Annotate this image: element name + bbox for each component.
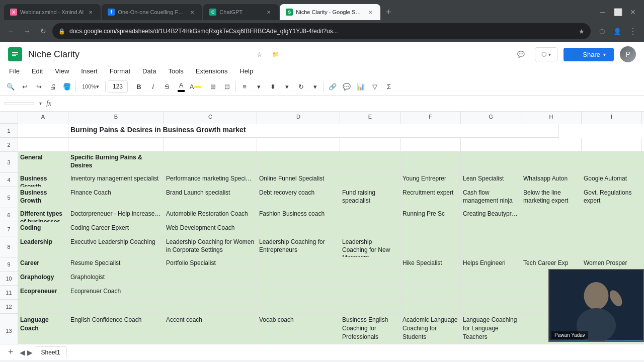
cell-8-a[interactable]: Leadership — [18, 236, 68, 257]
paint-format-button[interactable]: 🪣 — [60, 80, 73, 93]
cell-6-c[interactable]: Automobile Restoration Coach — [164, 208, 257, 222]
profile-icon[interactable]: 👤 — [610, 24, 624, 38]
cell-10-g[interactable] — [461, 272, 521, 286]
align-dropdown[interactable]: ▾ — [252, 80, 265, 93]
cell-6-g[interactable]: Creating Beautypreneur — [461, 208, 521, 222]
cell-11-f[interactable] — [400, 286, 461, 300]
cell-7-i[interactable] — [582, 222, 642, 236]
cell-12-a[interactable] — [18, 300, 68, 314]
cell-3-h[interactable] — [521, 152, 582, 173]
cell-3-f[interactable] — [400, 152, 461, 173]
cell-6-a[interactable]: Different types of businesses — [18, 208, 68, 222]
cell-7-b[interactable]: Coding Career Epxert — [68, 222, 164, 236]
cell-3-a[interactable]: General — [18, 152, 68, 173]
cell-3-b[interactable]: Specific Burning Pains & Desires — [68, 152, 164, 173]
cell-5-a[interactable]: Business Growth — [18, 187, 68, 208]
menu-file[interactable]: File — [4, 65, 25, 77]
fill-color-button[interactable]: A — [189, 80, 202, 93]
cell-10-b[interactable]: Graphologist — [68, 272, 164, 286]
cell-8-j[interactable] — [642, 236, 644, 257]
sheet-nav-right[interactable]: ▶ — [27, 348, 33, 356]
cell-2-i[interactable] — [582, 138, 642, 152]
cell-3-j[interactable] — [642, 152, 644, 173]
menu-data[interactable]: Data — [137, 65, 161, 77]
cell-2-e[interactable] — [340, 138, 400, 152]
cell-11-c[interactable] — [164, 286, 257, 300]
col-header-i[interactable]: I — [582, 112, 642, 124]
col-header-a[interactable]: A — [18, 112, 68, 124]
cell-5-d[interactable]: Debt recovery coach — [257, 187, 340, 208]
align-left-button[interactable]: ≡ — [238, 80, 251, 93]
share-button[interactable]: 👤 Share ▾ — [564, 48, 614, 61]
menu-tools[interactable]: Tools — [163, 65, 188, 77]
cell-8-i[interactable] — [582, 236, 642, 257]
cell-8-c[interactable]: Leadership Coaching for Women in Corpora… — [164, 236, 257, 257]
tab-sheets[interactable]: S Niche Clarity - Google Sheets ✕ — [280, 4, 380, 20]
sheet-tab-1[interactable]: Sheet1 — [35, 346, 67, 358]
valign-button[interactable]: ⬍ — [266, 80, 279, 93]
cell-5-h[interactable]: Below the line marketing expert — [521, 187, 582, 208]
cell-9-a[interactable]: Career — [18, 257, 68, 272]
bold-button[interactable]: B — [132, 80, 145, 93]
move-icon[interactable]: 📁 — [269, 47, 283, 61]
cell-8-e[interactable]: Leadership Coaching for New Managers — [340, 236, 400, 257]
cell-7-g[interactable] — [461, 222, 521, 236]
cell-11-a[interactable]: Ecopreneuer — [18, 286, 68, 300]
cell-2-d[interactable] — [257, 138, 340, 152]
cell-9-d[interactable] — [257, 257, 340, 272]
cell-6-j[interactable] — [642, 208, 644, 222]
cell-4-b[interactable]: Inventory management specialist — [68, 173, 164, 187]
shape-button[interactable]: ⬡ ▾ — [535, 47, 557, 61]
cell-5-i[interactable]: Govt. Regulations expert — [582, 187, 642, 208]
cell-5-f[interactable]: Recruitment expert — [400, 187, 461, 208]
cell-4-g[interactable]: Lean Specialist — [461, 173, 521, 187]
cell-6-f[interactable]: Running Pre Sc — [400, 208, 461, 222]
cell-13-d[interactable]: Vocab coach — [257, 314, 340, 344]
cell-2-a[interactable] — [18, 138, 68, 152]
cell-4-h[interactable]: Whatsapp Auton — [521, 173, 582, 187]
cell-2-g[interactable] — [461, 138, 521, 152]
cell-11-b[interactable]: Ecoprenuer Coach — [68, 286, 164, 300]
cell-13-a[interactable]: Language Coach — [18, 314, 68, 344]
cell-8-h[interactable] — [521, 236, 582, 257]
cell-10-d[interactable] — [257, 272, 340, 286]
cell-2-b[interactable] — [68, 138, 164, 152]
col-header-f[interactable]: F — [400, 112, 461, 124]
add-sheet-button[interactable]: + — [4, 347, 18, 357]
valign-dropdown[interactable]: ▾ — [280, 80, 293, 93]
more-options-icon[interactable]: ⋮ — [626, 24, 640, 38]
cell-8-b[interactable]: Executive Leadership Coaching — [68, 236, 164, 257]
text-color-button[interactable]: A — [175, 80, 188, 93]
cell-13-c[interactable]: Accent coach — [164, 314, 257, 344]
cell-6-h[interactable] — [521, 208, 582, 222]
search-button[interactable]: 🔍 — [4, 80, 17, 93]
undo-button[interactable]: ↩ — [18, 80, 31, 93]
menu-edit[interactable]: Edit — [27, 65, 48, 77]
cell-8-g[interactable] — [461, 236, 521, 257]
cell-5-g[interactable]: Cash flow management ninja — [461, 187, 521, 208]
cell-7-h[interactable] — [521, 222, 582, 236]
menu-format[interactable]: Format — [105, 65, 135, 77]
cell-11-g[interactable] — [461, 286, 521, 300]
cell-2-h[interactable] — [521, 138, 582, 152]
star-fav-icon[interactable]: ☆ — [253, 47, 267, 61]
cell-11-e[interactable] — [340, 286, 400, 300]
cell-9-b[interactable]: Resume Specialist — [68, 257, 164, 272]
cell-4-e[interactable] — [340, 173, 400, 187]
cell-4-c[interactable]: Performance marketing Specialist — [164, 173, 257, 187]
cell-2-c[interactable] — [164, 138, 257, 152]
cell-13-f[interactable]: Academic Language Coaching for Students — [400, 314, 461, 344]
cell-13-b[interactable]: English Confidence Coach — [68, 314, 164, 344]
cell-7-e[interactable] — [340, 222, 400, 236]
merge-cells-button[interactable]: ⊡ — [220, 80, 233, 93]
cell-7-d[interactable] — [257, 222, 340, 236]
menu-extensions[interactable]: Extensions — [191, 65, 233, 77]
cell-reference[interactable] — [4, 102, 34, 105]
cell-12-g[interactable] — [461, 300, 521, 314]
cell-4-i[interactable]: Google Automat — [582, 173, 642, 187]
cell-10-f[interactable] — [400, 272, 461, 286]
cell-ref-dropdown[interactable]: ▾ — [36, 100, 44, 108]
cell-12-e[interactable] — [340, 300, 400, 314]
redo-button[interactable]: ↪ — [32, 80, 45, 93]
italic-button[interactable]: I — [146, 80, 159, 93]
